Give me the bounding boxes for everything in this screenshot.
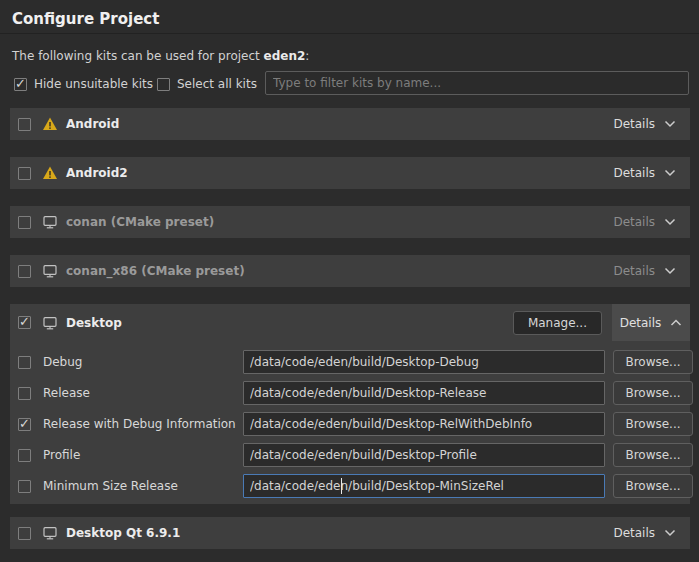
hide-unsuitable-kits-checkbox[interactable] xyxy=(14,78,27,91)
build-path-input[interactable] xyxy=(243,412,605,436)
build-config-row-profile: Profile Browse... xyxy=(10,443,690,467)
details-button[interactable]: Details xyxy=(613,264,676,278)
build-config-row-minsizerel: Minimum Size Release Browse... xyxy=(10,474,690,498)
config-label: Profile xyxy=(43,448,80,462)
kit-name: Desktop xyxy=(66,316,122,330)
project-name: eden2 xyxy=(264,49,306,63)
hide-unsuitable-kits-label: Hide unsuitable kits xyxy=(34,77,153,91)
details-button[interactable]: Details xyxy=(613,526,676,540)
config-checkbox[interactable] xyxy=(18,418,31,431)
kit-name: conan_x86 (CMake preset) xyxy=(66,264,245,278)
build-config-row-debug: Debug Browse... xyxy=(10,350,690,374)
chevron-down-icon xyxy=(664,169,676,177)
kit-checkbox[interactable] xyxy=(18,167,31,180)
browse-button[interactable]: Browse... xyxy=(613,412,693,436)
warning-icon xyxy=(42,165,58,181)
build-path-wrap xyxy=(243,350,605,374)
chevron-down-icon xyxy=(664,529,676,537)
browse-button[interactable]: Browse... xyxy=(613,350,693,374)
kit-row-android[interactable]: Android Details xyxy=(10,108,690,140)
kit-row-conan[interactable]: conan (CMake preset) Details xyxy=(10,206,690,238)
chevron-down-icon xyxy=(664,218,676,226)
browse-button[interactable]: Browse... xyxy=(613,381,693,405)
kit-row-conan-x86[interactable]: conan_x86 (CMake preset) Details xyxy=(10,255,690,287)
details-label: Details xyxy=(613,215,655,229)
kit-name: conan (CMake preset) xyxy=(66,215,214,229)
kit-checkbox[interactable] xyxy=(18,118,31,131)
build-path-input[interactable] xyxy=(243,350,605,374)
hide-unsuitable-kits-option[interactable]: Hide unsuitable kits xyxy=(14,77,153,91)
browse-button[interactable]: Browse... xyxy=(613,474,693,498)
manage-button[interactable]: Manage... xyxy=(513,311,602,335)
desktop-icon xyxy=(42,525,58,541)
text-caret xyxy=(341,478,342,494)
details-button[interactable]: Details xyxy=(613,166,676,180)
chevron-down-icon xyxy=(664,120,676,128)
kit-section-desktop: Desktop Manage... Details Debug Browse..… xyxy=(10,304,690,504)
build-config-row-release: Release Browse... xyxy=(10,381,690,405)
config-label: Release xyxy=(43,386,90,400)
kit-filter-input[interactable] xyxy=(265,71,689,95)
kit-checkbox[interactable] xyxy=(18,527,31,540)
build-path-input[interactable] xyxy=(243,381,605,405)
build-path-wrap xyxy=(243,474,605,498)
config-label: Debug xyxy=(43,355,82,369)
kit-row-android2[interactable]: Android2 Details xyxy=(10,157,690,189)
desktop-icon xyxy=(42,214,58,230)
details-label: Details xyxy=(613,117,655,131)
kit-checkbox[interactable] xyxy=(18,316,31,329)
details-button[interactable]: Details xyxy=(613,117,676,131)
desktop-icon xyxy=(42,263,58,279)
config-checkbox[interactable] xyxy=(18,480,31,493)
kit-row-desktop[interactable]: Desktop Manage... Details xyxy=(10,304,690,341)
warning-icon xyxy=(42,116,58,132)
kit-row-desktop-qt-691[interactable]: Desktop Qt 6.9.1 Details xyxy=(10,517,690,549)
title-separator xyxy=(0,33,699,34)
kit-name: Desktop Qt 6.9.1 xyxy=(66,526,180,540)
config-checkbox[interactable] xyxy=(18,387,31,400)
kit-checkbox[interactable] xyxy=(18,216,31,229)
page-title: Configure Project xyxy=(12,10,159,28)
select-all-kits-option[interactable]: Select all kits xyxy=(157,77,257,91)
config-checkbox[interactable] xyxy=(18,449,31,462)
config-label: Release with Debug Information xyxy=(43,417,236,431)
build-path-wrap xyxy=(243,381,605,405)
browse-button[interactable]: Browse... xyxy=(613,443,693,467)
details-label: Details xyxy=(620,316,662,330)
details-button[interactable]: Details xyxy=(612,304,690,341)
config-checkbox[interactable] xyxy=(18,356,31,369)
build-path-wrap xyxy=(243,443,605,467)
intro-prefix: The following kits can be used for proje… xyxy=(12,49,264,63)
build-path-wrap xyxy=(243,412,605,436)
details-label: Details xyxy=(613,166,655,180)
details-button[interactable]: Details xyxy=(613,215,676,229)
intro-text: The following kits can be used for proje… xyxy=(12,49,309,63)
kit-checkbox[interactable] xyxy=(18,265,31,278)
details-label: Details xyxy=(613,264,655,278)
build-config-row-relwithdebinfo: Release with Debug Information Browse... xyxy=(10,412,690,436)
chevron-down-icon xyxy=(664,267,676,275)
kit-name: Android xyxy=(66,117,119,131)
build-path-input[interactable] xyxy=(243,443,605,467)
select-all-kits-label: Select all kits xyxy=(177,77,257,91)
config-label: Minimum Size Release xyxy=(43,479,178,493)
details-label: Details xyxy=(613,526,655,540)
kit-name: Android2 xyxy=(66,166,128,180)
desktop-icon xyxy=(42,315,58,331)
select-all-kits-checkbox[interactable] xyxy=(157,78,170,91)
intro-suffix: : xyxy=(305,49,309,63)
chevron-up-icon xyxy=(670,319,682,327)
build-path-input[interactable] xyxy=(243,474,605,498)
